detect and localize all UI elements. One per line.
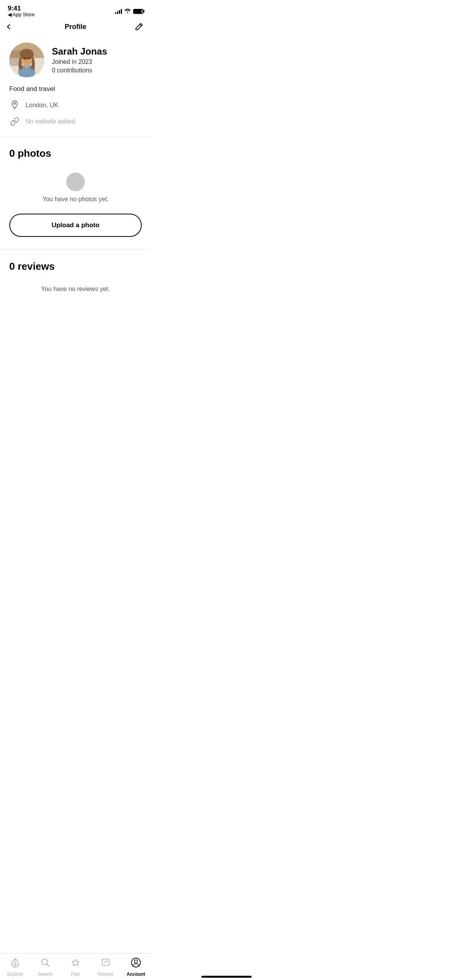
- wifi-icon: [124, 8, 131, 14]
- svg-point-8: [24, 58, 26, 60]
- edit-button[interactable]: [128, 22, 143, 31]
- photos-empty-state: You have no photos yet.: [9, 169, 142, 214]
- profile-info: Sarah Jonas Joined in 2023 0 contributio…: [52, 46, 107, 74]
- location-row: London, UK: [9, 100, 142, 111]
- no-reviews-text: You have no reviews yet.: [41, 286, 110, 293]
- photos-title: 0 photos: [9, 147, 142, 159]
- profile-joined: Joined in 2023: [52, 58, 107, 65]
- empty-circle-icon: [66, 173, 85, 191]
- profile-details: London, UK No website added.: [9, 100, 142, 127]
- profile-section: Sarah Jonas Joined in 2023 0 contributio…: [0, 35, 151, 127]
- signal-icon: [115, 9, 122, 14]
- status-time: 9:41: [8, 5, 21, 12]
- svg-point-7: [20, 49, 34, 60]
- status-icons: [115, 8, 143, 14]
- back-button[interactable]: [8, 25, 23, 29]
- no-photos-text: You have no photos yet.: [42, 196, 108, 203]
- nav-bar: Profile: [0, 19, 151, 35]
- profile-bio: Food and travel: [9, 85, 142, 93]
- link-icon: [9, 116, 20, 127]
- website-text: No website added.: [26, 118, 77, 125]
- status-bar: 9:41 ◀ App Store: [0, 0, 151, 19]
- reviews-title: 0 reviews: [9, 260, 142, 272]
- location-icon: [9, 100, 20, 111]
- pencil-icon: [135, 22, 143, 31]
- profile-header: Sarah Jonas Joined in 2023 0 contributio…: [9, 43, 142, 77]
- website-row: No website added.: [9, 116, 142, 127]
- battery-icon: [133, 9, 143, 14]
- page-title: Profile: [65, 23, 86, 31]
- upload-button-container: Upload a photo: [0, 214, 151, 249]
- back-arrow-small: ◀: [8, 12, 12, 17]
- profile-name: Sarah Jonas: [52, 46, 107, 57]
- upload-photo-button[interactable]: Upload a photo: [9, 214, 142, 237]
- avatar: [9, 43, 44, 77]
- svg-point-9: [28, 58, 30, 60]
- profile-contributions: 0 contributions: [52, 67, 107, 74]
- chevron-left-icon: [7, 24, 12, 29]
- location-text: London, UK: [26, 102, 58, 109]
- reviews-empty-state: You have no reviews yet.: [9, 282, 142, 303]
- photos-section: 0 photos You have no photos yet.: [0, 137, 151, 214]
- status-left: 9:41 ◀ App Store: [8, 5, 35, 17]
- reviews-section: 0 reviews You have no reviews yet.: [0, 250, 151, 303]
- status-app-store: ◀ App Store: [8, 12, 35, 17]
